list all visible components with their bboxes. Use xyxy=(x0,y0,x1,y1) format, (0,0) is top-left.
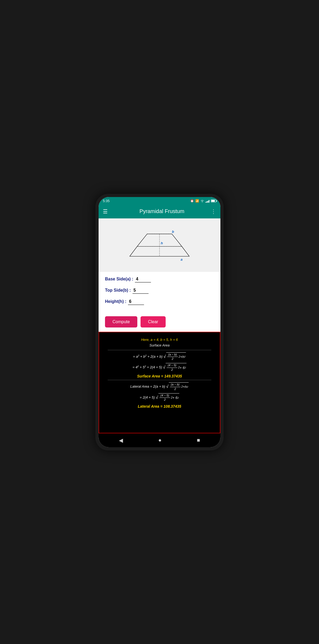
base-side-row: Base Side(a) : xyxy=(105,276,214,283)
app-bar: ☰ Pyramidal Frustum ⋮ xyxy=(99,205,220,218)
surface-area-formula: = a2 + b2 + 2(a + b) √ (a − b) 2 2 xyxy=(102,352,217,361)
lateral-area-formula: Lateral Area = 2(a + b) √ (a − b) 2 2 xyxy=(102,382,217,391)
svg-text:a: a xyxy=(181,257,182,261)
svg-text:h: h xyxy=(161,241,163,245)
surface-area-result: Surface Area = 149.37435 xyxy=(102,374,217,378)
divider-1 xyxy=(108,350,211,350)
home-button[interactable]: ● xyxy=(158,437,161,443)
height-label: Height(h) : xyxy=(105,299,126,304)
divider-2 xyxy=(108,380,211,380)
given-values: Here, a = 4, b = 5, h = 6 xyxy=(102,337,217,343)
more-options-icon[interactable]: ⋮ xyxy=(211,208,216,215)
buttons-row: Compute Clear xyxy=(99,314,220,332)
sim-icon: 📶 xyxy=(195,199,199,203)
menu-icon[interactable]: ☰ xyxy=(103,208,108,215)
status-icons: ⏰ 📶 xyxy=(190,199,216,203)
frustum-diagram: b h a xyxy=(125,224,194,267)
back-button[interactable]: ◀ xyxy=(119,437,123,444)
base-side-label: Base Side(a) : xyxy=(105,277,133,281)
surface-area-substitution: = 42 + 52 + 2(4 + 5) √ (4 − 5) 2 2 xyxy=(102,363,217,372)
top-side-input[interactable] xyxy=(133,287,149,294)
height-row: Height(h) : xyxy=(105,299,214,305)
recent-button[interactable]: ■ xyxy=(197,437,200,443)
clock-icon: ⏰ xyxy=(190,199,194,203)
status-bar: 5:35 ⏰ 📶 xyxy=(99,197,220,205)
status-time: 5:35 xyxy=(103,199,110,203)
nav-bar: ◀ ● ■ xyxy=(99,433,220,447)
height-input[interactable] xyxy=(128,299,144,305)
clear-button[interactable]: Clear xyxy=(141,316,166,327)
compute-button[interactable]: Compute xyxy=(105,316,137,327)
wifi-icon xyxy=(200,199,204,203)
diagram-area: b h a xyxy=(99,218,220,272)
signal-strength-icon xyxy=(205,199,209,203)
inputs-area: Base Side(a) : Top Side(b) : Height(h) : xyxy=(99,272,220,314)
svg-text:b: b xyxy=(172,229,174,233)
app-title: Pyramidal Frustum xyxy=(113,208,211,214)
base-side-input[interactable] xyxy=(135,276,151,283)
top-side-label: Top Side(b) : xyxy=(105,288,131,293)
main-content: b h a Base Side(a) : Top Side(b) : Heigh… xyxy=(99,218,220,433)
battery-icon xyxy=(211,199,216,202)
results-area: Here, a = 4, b = 5, h = 6 Surface Area =… xyxy=(99,332,220,433)
surface-area-title: Surface Area xyxy=(102,343,217,348)
lateral-area-substitution: = 2(4 + 5) √ (4 − 5) 2 2 + xyxy=(102,393,217,402)
lateral-area-result: Lateral Area = 108.37435 xyxy=(102,404,217,408)
top-side-row: Top Side(b) : xyxy=(105,287,214,294)
